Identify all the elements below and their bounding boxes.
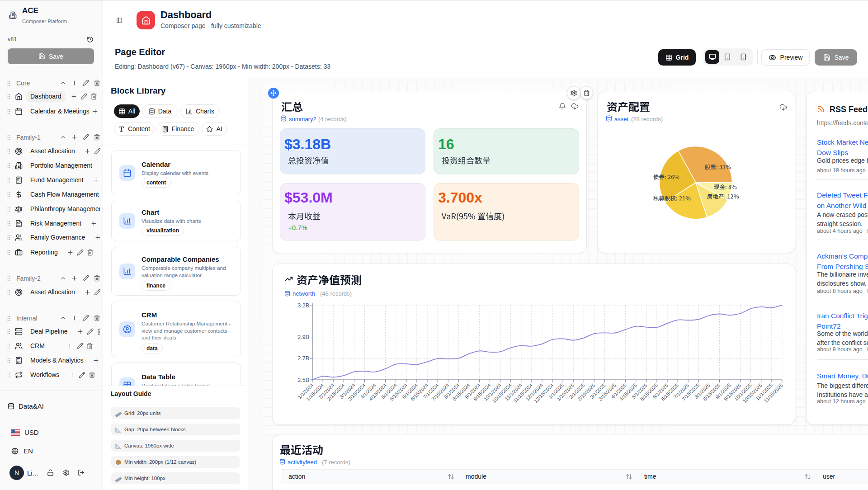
svg-text:2.5B: 2.5B [297,377,309,383]
svg-text:3.2B: 3.2B [297,302,309,309]
svg-text:2.9B: 2.9B [297,334,309,340]
svg-text:2.7B: 2.7B [297,355,309,362]
